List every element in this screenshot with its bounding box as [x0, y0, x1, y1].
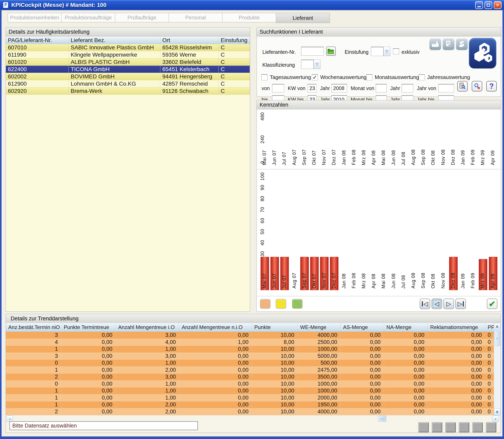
field-input-jahr-von[interactable] — [438, 84, 454, 92]
previous-button[interactable]: ◁ — [432, 299, 442, 309]
vertical-scroll-thumb[interactable]: ≡ — [494, 331, 500, 346]
table-row[interactable]: 607010SABIC Innovative Plastics GmbH6542… — [6, 44, 250, 51]
horizontal-scroll-thumb[interactable]: |||| — [378, 416, 386, 422]
column-header-pag-lieferant-nr[interactable]: PAG/Lieferant-Nr. — [6, 37, 69, 44]
checkbox-monatsauswertung[interactable] — [366, 74, 372, 80]
tab-lieferant[interactable]: Lieferant — [276, 13, 330, 23]
close-button[interactable]: ✕ — [494, 1, 502, 9]
help-button[interactable]: ? — [486, 81, 497, 91]
table-row[interactable]: 00,001,000,0010,00500,000,000,000,000 — [6, 360, 494, 367]
table-row[interactable]: 612900Lohmann GmbH & Co.KG42857 Remschei… — [6, 80, 250, 87]
column-header-ort[interactable]: Ort — [160, 37, 219, 44]
x-axis-label: Sep 07 — [301, 273, 307, 289]
table-row[interactable]: 10,002,000,0010,002475,000,000,000,000 — [6, 367, 494, 374]
column-header-anz-best-t-termin-nio[interactable]: Anz.bestät.Termin niO — [6, 323, 61, 332]
legend-swatch-green[interactable] — [292, 299, 302, 309]
chart-divider — [257, 169, 500, 170]
tab-pr-fauftr-ge[interactable]: Prüfaufträge — [115, 13, 169, 22]
tab-label: Prüfaufträge — [128, 14, 156, 21]
column-header-pp[interactable]: PP — [485, 323, 494, 332]
supplier-person-button[interactable] — [456, 38, 468, 50]
table-row[interactable]: 30,003,000,0010,005000,000,000,000,000 — [6, 353, 494, 360]
maximize-button[interactable] — [484, 1, 492, 9]
checkbox-jahresauswertung[interactable] — [419, 74, 425, 80]
scroll-down-button[interactable]: ∨ — [494, 408, 500, 415]
scroll-right-button[interactable]: › — [492, 415, 499, 422]
checkbox-tagesauswertung[interactable] — [261, 74, 267, 80]
confirm-button[interactable]: ✔ — [487, 299, 497, 309]
clear-search-button[interactable] — [472, 81, 482, 91]
legend-swatch-yellow[interactable] — [276, 299, 286, 309]
field-input-kw-von[interactable]: 23 — [308, 84, 316, 92]
table-cell: 0,00 — [384, 360, 428, 367]
x-axis-label: Feb 08 — [351, 149, 357, 166]
table-row[interactable]: 602920Brema-Werk91126 SchwabachC — [6, 87, 250, 95]
x-tick-text: Feb 08 — [351, 149, 357, 165]
table-row[interactable]: 20,002,000,0010,004000,000,000,000,000 — [6, 408, 494, 415]
column-header-anzahl-mengentreue-i-o[interactable]: Anzahl Mengentreue i.O — [116, 323, 179, 332]
table-cell: 0 — [485, 381, 494, 388]
supplier-no-input[interactable] — [301, 47, 324, 56]
table-row[interactable]: 10,001,000,0010,001000,000,000,000,000 — [6, 346, 494, 353]
tab-produktionsauftr-ge[interactable]: Produktionsaufträge — [61, 13, 115, 22]
table-row[interactable]: 10,002,000,0010,001950,000,000,000,000 — [6, 401, 494, 408]
footer-button[interactable] — [446, 423, 456, 432]
table-row[interactable]: 00,001,000,0010,001000,000,000,000,000 — [6, 381, 494, 388]
x-axis-label: Dez 07 — [331, 273, 336, 289]
checkbox-wochenauswertung[interactable]: ✓ — [312, 74, 318, 80]
tab-produkte[interactable]: Produkte — [222, 13, 276, 22]
factory-button[interactable] — [429, 38, 441, 50]
open-supplier-button[interactable] — [326, 47, 336, 56]
legend-swatch-orange[interactable] — [260, 299, 271, 309]
einstufung-select[interactable] — [371, 47, 383, 56]
klassifizierung-dropdown-button[interactable]: ▽ — [314, 60, 321, 69]
footer-button[interactable] — [459, 423, 469, 432]
column-header-einstufung[interactable]: Einstufung — [219, 37, 250, 44]
table-cell: 0,00 — [61, 346, 116, 353]
klassifizierung-select[interactable] — [301, 60, 314, 69]
search-report-button[interactable] — [457, 81, 468, 91]
table-row-selected[interactable]: 622400TICONA GmbH65451 KelsterbachC — [6, 66, 250, 73]
column-header-punkte-termintreue[interactable]: Punkte Termintreue — [61, 323, 116, 332]
field-input-von[interactable] — [272, 84, 284, 92]
table-row[interactable]: 601020ALBIS PLASTIC GmbH33602 BielefeldC — [6, 58, 250, 66]
tab-produktionseinheiten[interactable]: Produktionseinheiten — [8, 13, 62, 22]
table-cell: 0,00 — [341, 394, 384, 402]
title-bar: KPICockpit (Messe) # Mandant: 100 ✕ — [0, 0, 504, 10]
table-row[interactable]: 611990Klingele Wellpappenwerke59356 Wern… — [6, 51, 250, 58]
table-row[interactable]: 30,003,000,0010,004000,000,000,000,000 — [6, 332, 494, 339]
table-row[interactable]: 10,001,000,0010,002000,000,000,000,000 — [6, 394, 494, 402]
scroll-left-button[interactable]: ‹ — [7, 415, 13, 422]
report-check-button[interactable] — [443, 38, 454, 50]
footer-button[interactable] — [432, 423, 442, 432]
tab-personal[interactable]: Personal — [168, 13, 222, 22]
einstufung-dropdown-button[interactable]: ▽ — [383, 47, 390, 56]
table-row[interactable]: 40,004,001,008,002500,000,000,000,000 — [6, 339, 494, 346]
footer-button[interactable] — [486, 423, 496, 432]
table-cell: 4 — [6, 339, 61, 346]
table-row[interactable]: 10,001,000,0010,001000,000,000,000,000 — [6, 387, 494, 394]
minimize-button[interactable] — [475, 1, 483, 9]
column-header-as-menge[interactable]: AS-Menge — [341, 323, 384, 332]
column-header-lieferant-bez[interactable]: Lieferant Bez. — [69, 37, 160, 44]
column-header-na-menge[interactable]: NA-Menge — [384, 323, 428, 332]
table-row[interactable]: 20,003,000,0010,003500,000,000,000,000 — [6, 374, 494, 381]
table-row[interactable]: 602002BOVIMED GmbH94491 HengersbergC — [6, 73, 250, 80]
x-axis-label: Jun 08 — [391, 273, 396, 289]
last-button[interactable]: ▷ — [455, 299, 466, 309]
field-input-jahr[interactable]: 2008 — [331, 84, 347, 92]
field-input-jahr[interactable] — [401, 84, 413, 92]
tab-label: Produkte — [239, 14, 259, 21]
footer-button[interactable] — [418, 423, 428, 432]
footer-button[interactable] — [473, 423, 483, 432]
scroll-up-button[interactable]: ∧ — [494, 323, 500, 330]
column-header-reklamationsmenge[interactable]: Reklamationsmenge — [428, 323, 485, 332]
column-header-we-menge[interactable]: WE-Menge — [298, 323, 341, 332]
exklusiv-checkbox[interactable] — [393, 48, 399, 54]
column-header-punkte[interactable]: Punkte — [252, 323, 298, 332]
field-input-monat-von[interactable] — [376, 84, 387, 92]
supplier-module-button[interactable] — [469, 38, 496, 69]
next-button[interactable]: ▷ — [443, 299, 454, 309]
first-button[interactable]: ◁ — [420, 299, 430, 309]
column-header-anzahl-mengentreue-n-i-o[interactable]: Anzahl Mengentreue n.i.O — [179, 323, 252, 332]
